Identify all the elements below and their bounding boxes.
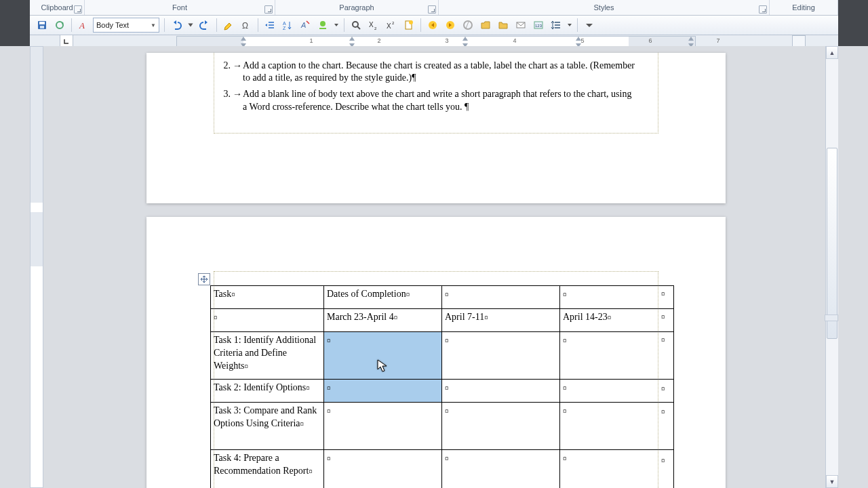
body-text-block[interactable]: 2. → Add a caption to the chart. Because… xyxy=(216,60,637,117)
toolbar-options-button[interactable] xyxy=(581,17,597,33)
cell-mark-icon: ¤ xyxy=(327,407,331,415)
open-button[interactable] xyxy=(477,17,494,33)
table-cell[interactable]: Task 4: Prepare a Recommendation Report¤ xyxy=(211,450,324,489)
document-page[interactable]: Task¤Dates of Completion¤¤¤¤March 23-Apr… xyxy=(146,217,726,488)
table-cell[interactable]: ¤ xyxy=(442,450,560,489)
scrollbar-thumb[interactable] xyxy=(827,148,837,339)
svg-text:123: 123 xyxy=(535,24,542,28)
font-color-dropdown[interactable] xyxy=(332,17,340,33)
folder-button[interactable] xyxy=(495,17,511,33)
separator xyxy=(577,18,578,32)
svg-text:A: A xyxy=(283,21,286,26)
zoom-button[interactable] xyxy=(348,17,364,33)
list-text[interactable]: Add a caption to the chart. Because the … xyxy=(243,60,637,84)
svg-text:2: 2 xyxy=(374,26,377,30)
undo-button[interactable] xyxy=(168,17,184,33)
line-spacing-dropdown[interactable] xyxy=(566,17,574,33)
dialog-launcher-icon[interactable] xyxy=(428,5,436,14)
table-cell[interactable]: ¤ xyxy=(560,450,674,489)
table-cell[interactable]: March 23-April 4¤ xyxy=(324,309,442,332)
table-move-handle[interactable] xyxy=(198,273,210,285)
table-cell[interactable]: April 14-23¤ xyxy=(560,309,674,332)
dialog-launcher-icon[interactable] xyxy=(74,5,82,14)
back-button[interactable] xyxy=(425,17,441,33)
decrease-indent-button[interactable] xyxy=(262,17,278,33)
cell-mark-icon: ¤ xyxy=(245,362,249,370)
ribbon-group-editing: Editing xyxy=(770,0,838,15)
svg-point-11 xyxy=(353,22,358,27)
cell-mark-icon: ¤ xyxy=(445,454,449,462)
envelope-button[interactable] xyxy=(513,17,529,33)
cell-mark-icon: ¤ xyxy=(327,384,331,392)
superscript-button[interactable]: X2 xyxy=(383,17,399,33)
toolbar: A Body Text ▼ Ω AZ A X2 X2 123 xyxy=(30,16,838,35)
table-cell[interactable]: ¤ xyxy=(324,450,442,489)
list-number: 3. xyxy=(216,88,232,113)
svg-rect-2 xyxy=(40,26,44,28)
cell-mark-icon: ¤ xyxy=(563,336,567,344)
scroll-down-button[interactable]: ▼ xyxy=(826,475,838,488)
table-cell[interactable]: Task 3: Compare and Rank Options Using C… xyxy=(211,403,324,450)
table-cell[interactable]: ¤ xyxy=(560,332,674,380)
cell-mark-icon: ¤ xyxy=(231,290,235,298)
table-cell[interactable]: April 7-11¤ xyxy=(442,309,560,332)
dialog-launcher-icon[interactable] xyxy=(759,5,767,14)
list-item[interactable]: 3. → Add a blank line of body text above… xyxy=(216,88,637,113)
svg-text:Z: Z xyxy=(283,26,286,30)
table-cell[interactable]: ¤ xyxy=(442,286,560,309)
table-cell[interactable]: ¤ xyxy=(442,380,560,403)
table-cell[interactable]: ¤ xyxy=(560,286,674,309)
repeat-button[interactable] xyxy=(52,17,68,33)
table-cell[interactable]: ¤ xyxy=(442,332,560,380)
table-wrapper: Task¤Dates of Completion¤¤¤¤March 23-Apr… xyxy=(210,285,674,488)
table-cell[interactable]: ¤ xyxy=(560,403,674,450)
new-document-button[interactable] xyxy=(401,17,417,33)
insert-symbol-button[interactable]: Ω xyxy=(238,17,254,33)
table-cell[interactable]: Dates of Completion¤ xyxy=(324,286,442,309)
word-count-button[interactable]: 123 xyxy=(530,17,547,33)
save-button[interactable] xyxy=(34,17,50,33)
document-page[interactable]: 2. → Add a caption to the chart. Because… xyxy=(146,53,726,203)
document-table[interactable]: Task¤Dates of Completion¤¤¤¤March 23-Apr… xyxy=(210,285,674,488)
table-cell[interactable]: ¤ xyxy=(324,332,442,380)
list-text[interactable]: Add a blank line of body text above the … xyxy=(243,88,637,113)
cell-mark-icon: ¤ xyxy=(563,290,567,298)
cell-mark-icon: ¤ xyxy=(563,454,567,462)
font-color-button[interactable] xyxy=(315,17,331,33)
spelling-button[interactable] xyxy=(460,17,476,33)
forward-button[interactable] xyxy=(442,17,458,33)
sort-button[interactable]: AZ xyxy=(279,17,296,33)
table-cell[interactable]: ¤ xyxy=(442,403,560,450)
table-cell[interactable]: ¤ xyxy=(560,380,674,403)
cell-mark-icon: ¤ xyxy=(306,384,310,392)
table-cell[interactable]: ¤ xyxy=(211,309,324,332)
table-cell[interactable]: ¤ xyxy=(324,380,442,403)
dialog-launcher-icon[interactable] xyxy=(264,5,273,14)
table-cell[interactable]: ¤ xyxy=(324,403,442,450)
style-selector[interactable]: Body Text ▼ xyxy=(93,18,159,33)
ribbon-group-paragraph: Paragraph xyxy=(275,0,439,15)
style-letter-icon[interactable]: A xyxy=(75,17,92,33)
table-cell[interactable]: Task 1: Identify Additional Criteria and… xyxy=(211,332,324,380)
subscript-button[interactable]: X2 xyxy=(366,17,382,33)
separator xyxy=(71,18,72,32)
table-cell[interactable]: Task¤ xyxy=(211,286,324,309)
vertical-scrollbar[interactable]: ▲ ▼ xyxy=(825,46,838,488)
table-cell[interactable]: Task 2: Identify Options¤ xyxy=(211,380,324,403)
ribbon-group-font: Font xyxy=(85,0,275,15)
list-item[interactable]: 2. → Add a caption to the chart. Because… xyxy=(216,60,637,84)
redo-button[interactable] xyxy=(197,17,213,33)
row-end-mark-icon: ¤ xyxy=(661,336,665,344)
clear-formatting-button[interactable]: A xyxy=(297,17,313,33)
highlight-button[interactable] xyxy=(220,17,237,33)
ribbon-group-clipboard: Clipboard xyxy=(30,0,85,15)
line-spacing-button[interactable] xyxy=(548,17,564,33)
separator xyxy=(420,18,421,32)
cell-mark-icon: ¤ xyxy=(327,454,331,462)
svg-text:2: 2 xyxy=(392,21,395,25)
row-end-mark-icon: ¤ xyxy=(661,384,665,392)
vertical-ruler[interactable] xyxy=(30,46,43,488)
scroll-up-button[interactable]: ▲ xyxy=(826,46,838,59)
split-bar[interactable] xyxy=(825,314,838,321)
undo-dropdown[interactable] xyxy=(186,17,195,33)
